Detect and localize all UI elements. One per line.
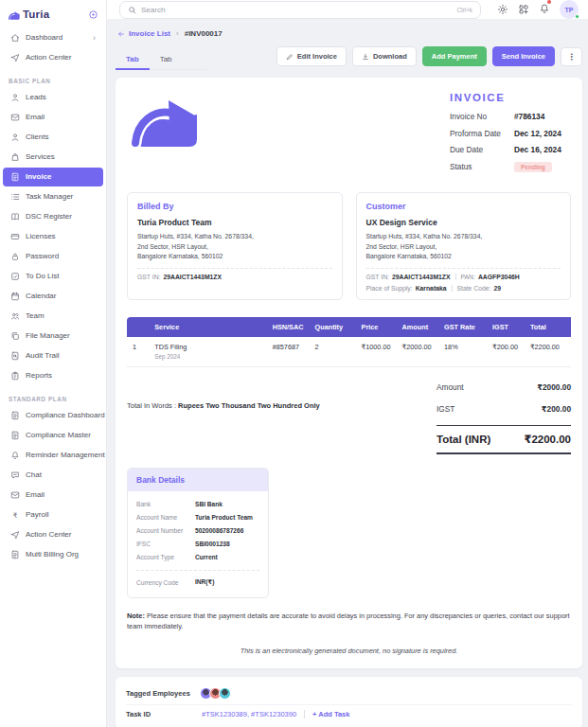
download-button[interactable]: Download [352, 46, 417, 66]
edit-invoice-button[interactable]: Edit Invoice [276, 46, 347, 66]
sidebar-item-dsc-register[interactable]: DSC Register [3, 207, 103, 226]
sidebar-item-label: Audit Trail [26, 350, 60, 362]
sidebar-item-label: Licenses [26, 231, 56, 242]
sidebar-item-password[interactable]: Password [3, 247, 103, 266]
search-box[interactable]: Ctrl+k [119, 1, 481, 19]
sidebar-item-action-center[interactable]: Action Center [3, 48, 103, 67]
send-icon [10, 53, 20, 62]
meta-label: Proforma Date [450, 129, 514, 138]
add-task-button[interactable]: + Add Task [312, 710, 349, 718]
bank-details-heading: Bank Details [128, 469, 268, 491]
user-avatar[interactable]: TP [560, 0, 579, 19]
payment-note: Note: Please ensure that the payment det… [127, 611, 571, 633]
sidebar-item-team[interactable]: Team [3, 307, 103, 326]
tab-label: Tab [126, 55, 139, 63]
sidebar-item-multi-billing-org[interactable]: Multi Billing Org [3, 545, 103, 564]
task-id-links[interactable]: #TSK1230389, #TSK1230390 [202, 710, 296, 718]
sidebar-item-calendar[interactable]: Calendar [3, 287, 103, 306]
sidebar-item-label: Compliance Dashboard [26, 410, 105, 421]
theme-toggle-icon[interactable] [497, 4, 508, 15]
pencil-icon [286, 53, 294, 61]
task-footer-card: Tagged Employees Task ID #TSK1230389, #T… [116, 677, 582, 727]
address-line: 2nd Sector, HSR Layout, [366, 242, 561, 253]
bank-row-account-name: Account Name Turia Product Team [136, 511, 259, 524]
sidebar-item-file-manager[interactable]: File Manager [3, 327, 103, 346]
tab-tab[interactable]: Tab [150, 51, 183, 70]
task-id-label: Task ID [126, 710, 200, 718]
service-name: TDS Filing [154, 343, 187, 351]
sidebar-item-action-center[interactable]: Action Center [3, 525, 103, 544]
sidebar-item-dashboard[interactable]: Dashboard › [3, 28, 103, 47]
employee-avatar[interactable] [219, 687, 231, 700]
sidebar-item-invoice[interactable]: Invoice [3, 168, 103, 186]
list-icon [10, 192, 20, 202]
bank-row-label: Account Name [136, 514, 195, 521]
sidebar-item-leads[interactable]: Leads [3, 88, 103, 107]
billed-by-name: Turia Product Team [137, 218, 332, 227]
file-icon [10, 411, 20, 420]
apps-grid-icon[interactable] [518, 4, 529, 15]
sidebar-item-audit-trail[interactable]: Audit Trail [3, 346, 103, 365]
customer-supply-line: Place of Supply: Karnataka State Code: 2… [366, 285, 561, 292]
sidebar-item-task-manager[interactable]: Task Manager [3, 187, 103, 206]
total-in-words: Total In Words : Rupees Two Thousand Two… [127, 401, 320, 454]
customer-box: Customer UX Design Service Startup Huts,… [356, 192, 572, 300]
brand-row: Turia [0, 7, 106, 27]
meta-row-proforma-date: Proforma Date Dec 12, 2024 [450, 129, 571, 138]
check-icon [10, 272, 20, 281]
more-options-button[interactable]: ⋮ [561, 47, 582, 66]
electronic-disclaimer: This is an electronically generated docu… [127, 647, 571, 655]
notification-dot [547, 0, 551, 4]
tagged-employees-label: Tagged Employees [126, 689, 200, 698]
tab-tab[interactable]: Tab [116, 51, 150, 70]
cell-service: TDS Filing Sep 2024 [149, 337, 266, 367]
address-line: Startup Huts, #334, Katha No. 2678/334, [366, 232, 561, 242]
sidebar-item-label: Action Center [26, 529, 71, 541]
user-icon [10, 93, 20, 102]
sidebar-item-reports[interactable]: Reports [3, 366, 103, 385]
cell-amount: ₹2000.00 [397, 337, 439, 367]
chevron-right-icon: › [93, 34, 96, 42]
sidebar-item-label: Compliance Master [26, 430, 91, 441]
sidebar-item-email[interactable]: Email [3, 108, 103, 127]
sidebar-item-reminder-management[interactable]: Reminder Management [3, 446, 103, 465]
currency-code-row: Currency Code INR(₹) [136, 576, 259, 590]
sidebar-item-compliance-master[interactable]: Compliance Master [3, 426, 103, 445]
bank-row-value: Current [195, 554, 218, 560]
sidebar-item-email[interactable]: Email [3, 486, 103, 505]
user-icon [10, 133, 20, 142]
online-status-dot [575, 14, 579, 19]
sidebar-item-payroll[interactable]: Payroll [3, 505, 103, 524]
breadcrumb-back-label: Invoice List [129, 29, 170, 38]
download-icon [362, 53, 369, 61]
divider [136, 570, 259, 571]
dots-vertical-icon: ⋮ [567, 52, 576, 62]
sidebar-item-services[interactable]: Services [3, 148, 103, 167]
invoice-card: INVOICE Invoice No #786134 Proforma Date [116, 78, 582, 668]
breadcrumb: Invoice List › #INV00017 [117, 29, 582, 38]
table-row: 1 TDS Filing Sep 2024 #857687 2 ₹1000.00… [127, 337, 571, 367]
billed-by-heading: Billed By [137, 202, 332, 211]
sidebar-item-to-do-list[interactable]: To Do List [3, 267, 103, 286]
add-payment-button[interactable]: Add Payment [422, 46, 487, 66]
bank-row-value: Turia Product Team [195, 514, 253, 521]
send-invoice-button[interactable]: Send Invoice [492, 46, 555, 66]
sidebar-item-chat[interactable]: Chat [3, 466, 103, 485]
bank-row-account-number: Account Number 50200086787266 [136, 524, 259, 538]
bell-icon [539, 3, 550, 14]
column-header: Quantity [310, 317, 356, 337]
notifications-button[interactable] [539, 1, 550, 18]
back-to-invoice-list[interactable]: Invoice List [117, 29, 170, 38]
sidebar-item-compliance-dashboard[interactable]: Compliance Dashboard [3, 406, 103, 425]
sidebar-item-clients[interactable]: Clients [3, 128, 103, 147]
sidebar-pin-icon[interactable] [88, 9, 98, 20]
summary-label: Amount [437, 382, 464, 392]
search-input[interactable] [141, 6, 452, 14]
sidebar-item-label: Team [26, 310, 45, 322]
status-badge: Pending [514, 162, 552, 172]
sidebar-item-label: Dashboard [26, 32, 62, 44]
breadcrumb-current: #INV00017 [185, 29, 223, 38]
gst-value: 29AAICT1443M1ZX [392, 274, 451, 280]
sidebar-item-licenses[interactable]: Licenses [3, 227, 103, 246]
billed-by-box: Billed By Turia Product Team Startup Hut… [127, 192, 343, 300]
